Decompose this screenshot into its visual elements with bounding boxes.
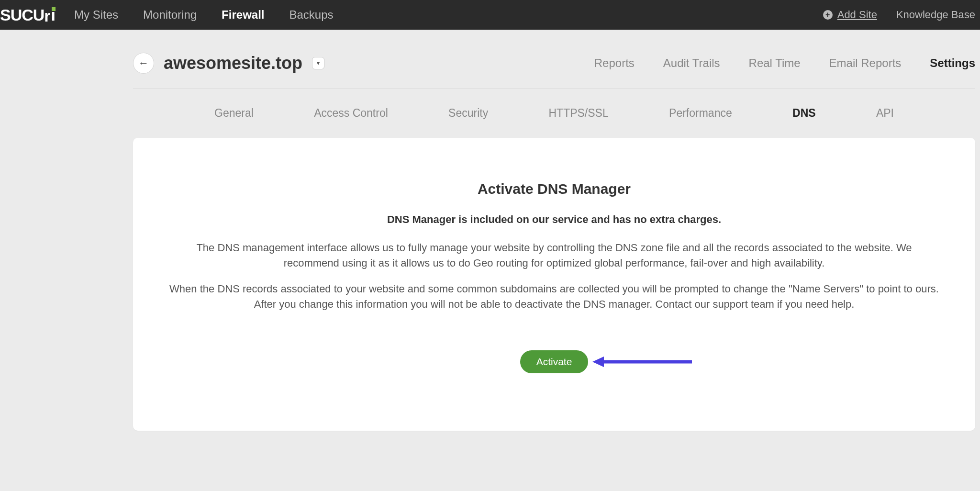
- nav-firewall[interactable]: Firewall: [222, 8, 264, 22]
- arrow-left-annotation-icon: [592, 355, 693, 369]
- nav-monitoring[interactable]: Monitoring: [143, 8, 197, 22]
- settings-tabs: General Access Control Security HTTPS/SS…: [133, 89, 975, 138]
- dns-manager-card: Activate DNS Manager DNS Manager is incl…: [133, 138, 975, 431]
- card-title: Activate DNS Manager: [167, 181, 942, 197]
- back-button[interactable]: ←: [133, 53, 154, 74]
- top-bar: SUCUri My Sites Monitoring Firewall Back…: [0, 0, 980, 30]
- brand-logo: SUCUri: [0, 6, 55, 24]
- primary-nav: My Sites Monitoring Firewall Backups: [74, 8, 823, 22]
- tab-general[interactable]: General: [214, 107, 254, 120]
- subnav-real-time[interactable]: Real Time: [749, 56, 801, 70]
- tab-performance[interactable]: Performance: [669, 107, 732, 120]
- chevron-down-icon: ▾: [317, 60, 320, 67]
- tab-access-control[interactable]: Access Control: [314, 107, 388, 120]
- site-header-row: ← awesomesite.top ▾ Reports Audit Trails…: [133, 53, 975, 88]
- card-paragraph-1: The DNS management interface allows us t…: [169, 240, 939, 271]
- svg-marker-1: [592, 357, 604, 367]
- site-header-left: ← awesomesite.top ▾: [133, 53, 324, 74]
- subnav-settings[interactable]: Settings: [930, 56, 975, 70]
- main-wrap: ← awesomesite.top ▾ Reports Audit Trails…: [133, 30, 975, 431]
- brand-logo-text: SUCUri: [0, 6, 55, 24]
- plus-circle-icon: +: [823, 10, 833, 20]
- tab-api[interactable]: API: [876, 107, 894, 120]
- annotation-arrow: [592, 355, 693, 369]
- nav-backups[interactable]: Backups: [289, 8, 333, 22]
- add-site-label: Add Site: [837, 9, 877, 21]
- tab-dns[interactable]: DNS: [792, 107, 816, 120]
- tab-https-ssl[interactable]: HTTPS/SSL: [548, 107, 608, 120]
- activate-row: Activate: [167, 350, 942, 373]
- subnav-reports[interactable]: Reports: [594, 56, 635, 70]
- nav-my-sites[interactable]: My Sites: [74, 8, 118, 22]
- top-right-actions: + Add Site Knowledge Base: [823, 9, 980, 21]
- knowledge-base-link[interactable]: Knowledge Base: [896, 9, 975, 21]
- subnav-email-reports[interactable]: Email Reports: [829, 56, 902, 70]
- arrow-left-icon: ←: [138, 57, 149, 69]
- section-nav: Reports Audit Trails Real Time Email Rep…: [594, 56, 975, 70]
- site-dropdown-button[interactable]: ▾: [312, 57, 324, 69]
- card-lead: DNS Manager is included on our service a…: [167, 213, 942, 226]
- add-site-link[interactable]: + Add Site: [823, 9, 877, 21]
- card-paragraph-2: When the DNS records associated to your …: [169, 281, 939, 312]
- tab-security[interactable]: Security: [448, 107, 488, 120]
- site-name: awesomesite.top: [164, 53, 302, 73]
- activate-button[interactable]: Activate: [520, 350, 589, 373]
- subnav-audit-trails[interactable]: Audit Trails: [663, 56, 720, 70]
